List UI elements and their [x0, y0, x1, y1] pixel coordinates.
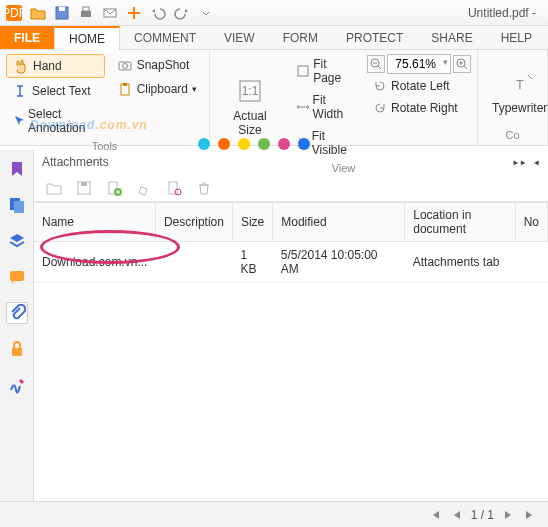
table-row[interactable]: Download.com.vn... 1 KB 5/5/2014 10:05:0… [34, 242, 548, 283]
col-modified[interactable]: Modified [273, 203, 405, 242]
panel-title: Attachments [42, 155, 512, 169]
zoom-out-button[interactable] [367, 55, 385, 73]
zoom-level-input[interactable] [387, 54, 451, 74]
security-icon[interactable] [6, 338, 28, 360]
pages-icon[interactable] [6, 194, 28, 216]
typewriter-icon: T [505, 67, 535, 97]
attachments-panel: Attachments ▸▸ ◂ Name Description Size M… [34, 150, 548, 501]
svg-rect-19 [14, 201, 24, 213]
tab-form[interactable]: FORM [269, 26, 332, 49]
actual-size-button[interactable]: 1:1Actual Size [216, 54, 284, 160]
open-attachment-icon[interactable] [46, 180, 62, 196]
prev-page-button[interactable] [449, 507, 465, 523]
rotate-right-icon [373, 101, 387, 115]
col-name[interactable]: Name [34, 203, 155, 242]
text-cursor-icon [12, 83, 28, 99]
ribbon-tabs: FILE HOME COMMENT VIEW FORM PROTECT SHAR… [0, 26, 548, 50]
zoom-out-icon [370, 58, 382, 70]
edit-attachment-icon[interactable] [136, 180, 152, 196]
clipboard-button[interactable]: Clipboard ▾ [111, 78, 203, 100]
email-icon[interactable] [100, 3, 120, 23]
col-no[interactable]: No [515, 203, 547, 242]
undo-icon[interactable] [148, 3, 168, 23]
tab-help[interactable]: HELP [487, 26, 546, 49]
new-icon[interactable] [124, 3, 144, 23]
zoom-in-icon [456, 58, 468, 70]
delete-attachment-icon[interactable] [196, 180, 212, 196]
actual-size-icon: 1:1 [236, 77, 264, 105]
svg-rect-3 [59, 7, 65, 11]
signatures-icon[interactable] [6, 374, 28, 396]
ribbon: Hand Select Text Select Annotation SnapS… [0, 50, 548, 146]
select-text-button[interactable]: Select Text [6, 80, 105, 102]
clipboard-icon [117, 81, 133, 97]
ribbon-group-co-label: Co [484, 127, 541, 141]
title-bar: PDF Untitled.pdf - [0, 0, 548, 26]
tab-view[interactable]: VIEW [210, 26, 269, 49]
panel-area: Attachments ▸▸ ◂ Name Description Size M… [0, 150, 548, 501]
svg-text:PDF: PDF [6, 6, 22, 20]
navigation-pane [0, 150, 34, 501]
tab-comment[interactable]: COMMENT [120, 26, 210, 49]
qat-dropdown-icon[interactable] [196, 3, 216, 23]
comments-icon[interactable] [6, 266, 28, 288]
svg-text:T: T [516, 78, 524, 92]
fit-page-button[interactable]: Fit Page [290, 54, 361, 88]
bookmarks-icon[interactable] [6, 158, 28, 180]
app-icon[interactable]: PDF [4, 3, 24, 23]
col-location[interactable]: Location in document [405, 203, 515, 242]
hand-icon [13, 58, 29, 74]
attachments-table: Name Description Size Modified Location … [34, 203, 548, 283]
svg-rect-10 [123, 83, 127, 86]
attachments-icon[interactable] [6, 302, 28, 324]
tab-file[interactable]: FILE [0, 26, 54, 49]
panel-collapse-left-icon[interactable]: ▸▸ [512, 155, 526, 169]
table-header-row: Name Description Size Modified Location … [34, 203, 548, 242]
camera-icon [117, 57, 133, 73]
svg-rect-4 [81, 11, 91, 17]
attachments-toolbar [34, 174, 548, 202]
fit-page-icon [296, 64, 309, 78]
document-title: Untitled.pdf - [468, 6, 544, 20]
quick-access-toolbar: PDF [4, 3, 216, 23]
save-icon[interactable] [52, 3, 72, 23]
fit-width-button[interactable]: Fit Width [290, 90, 361, 124]
next-page-button[interactable] [500, 507, 516, 523]
tab-home[interactable]: HOME [54, 26, 120, 50]
typewriter-button[interactable]: TTypewriter [484, 54, 548, 127]
tab-share[interactable]: SHARE [417, 26, 486, 49]
print-icon[interactable] [76, 3, 96, 23]
save-attachment-icon[interactable] [76, 180, 92, 196]
panel-collapse-right-icon[interactable]: ◂ [533, 155, 540, 169]
add-attachment-icon[interactable] [106, 180, 122, 196]
rotate-left-icon [373, 79, 387, 93]
page-indicator: 1 / 1 [471, 508, 494, 522]
attachment-settings-icon[interactable] [166, 180, 182, 196]
last-page-button[interactable] [522, 507, 538, 523]
svg-rect-20 [10, 271, 24, 281]
open-icon[interactable] [28, 3, 48, 23]
svg-rect-13 [298, 66, 308, 76]
tab-protect[interactable]: PROTECT [332, 26, 417, 49]
svg-point-27 [175, 189, 181, 195]
zoom-dropdown-icon[interactable]: ▾ [443, 57, 448, 67]
select-annotation-button[interactable]: Select Annotation [6, 104, 105, 138]
svg-rect-26 [169, 182, 177, 194]
zoom-in-button[interactable] [453, 55, 471, 73]
first-page-button[interactable] [427, 507, 443, 523]
fit-visible-icon [296, 136, 308, 150]
rotate-right-button[interactable]: Rotate Right [367, 98, 471, 118]
svg-rect-21 [12, 348, 22, 356]
rotate-left-button[interactable]: Rotate Left [367, 76, 471, 96]
fit-width-icon [296, 100, 309, 114]
redo-icon[interactable] [172, 3, 192, 23]
svg-point-8 [122, 64, 127, 69]
col-size[interactable]: Size [232, 203, 272, 242]
hand-tool-button[interactable]: Hand [6, 54, 105, 78]
snapshot-button[interactable]: SnapShot [111, 54, 203, 76]
layers-icon[interactable] [6, 230, 28, 252]
col-description[interactable]: Description [155, 203, 232, 242]
svg-rect-14 [299, 139, 307, 147]
svg-rect-5 [83, 7, 89, 11]
status-bar: 1 / 1 [0, 501, 548, 527]
